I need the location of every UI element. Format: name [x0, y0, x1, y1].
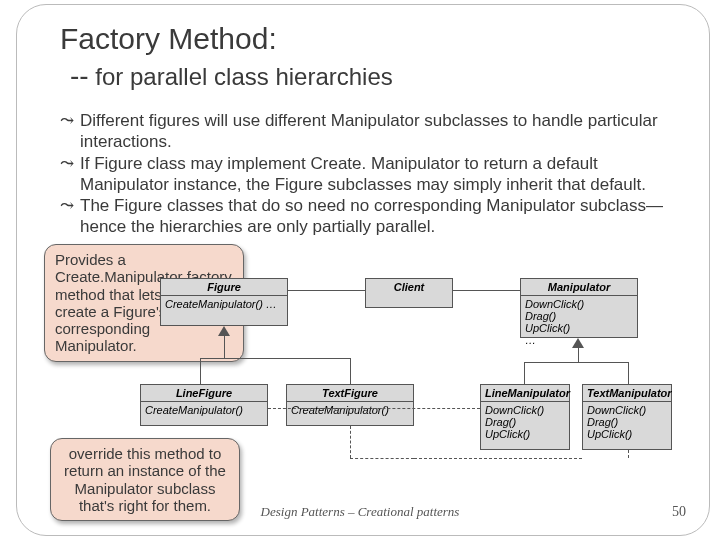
bullet-icon: ⤳	[60, 110, 74, 153]
uml-class-ops: CreateManipulator()	[287, 402, 413, 418]
inherit-arrow-icon	[218, 326, 230, 336]
bullet-item: ⤳ Different figures will use different M…	[60, 110, 680, 153]
bullet-icon: ⤳	[60, 195, 74, 238]
uml-textmanipulator: TextManipulator DownClick() Drag() UpCli…	[582, 384, 672, 450]
uml-class-name: Client	[366, 279, 452, 295]
uml-textfigure: TextFigure CreateManipulator()	[286, 384, 414, 426]
uml-class-ops: CreateManipulator()	[141, 402, 267, 418]
dashed-connector	[414, 458, 582, 459]
bullet-list: ⤳ Different figures will use different M…	[60, 110, 680, 238]
slide-content: Factory Method: -- for parallel class hi…	[60, 22, 680, 238]
uml-class-ops: DownClick() Drag() UpClick()	[583, 402, 671, 442]
uml-class-name: Figure	[161, 279, 287, 296]
connector	[350, 358, 351, 384]
title-rest: for parallel class hierarchies	[89, 63, 393, 90]
uml-diagram: Figure CreateManipulator() … Client Mani…	[140, 278, 670, 488]
connector	[453, 290, 520, 291]
dashed-connector	[268, 408, 480, 409]
connector	[200, 358, 201, 384]
uml-class-name: TextFigure	[287, 385, 413, 402]
inherit-arrow-icon	[572, 338, 584, 348]
uml-linefigure: LineFigure CreateManipulator()	[140, 384, 268, 426]
bullet-item: ⤳ The Figure classes that do so need no …	[60, 195, 680, 238]
dashed-connector	[350, 426, 351, 458]
title-dash: --	[70, 60, 89, 91]
uml-class-name: Manipulator	[521, 279, 637, 296]
bullet-icon: ⤳	[60, 153, 74, 196]
bullet-text: Different figures will use different Man…	[80, 110, 680, 153]
bullet-item: ⤳ If Figure class may implement Create. …	[60, 153, 680, 196]
connector	[524, 362, 525, 384]
dashed-connector	[350, 458, 414, 459]
title-line2: -- for parallel class hierarchies	[70, 60, 680, 92]
uml-figure: Figure CreateManipulator() …	[160, 278, 288, 326]
footer-text: Design Patterns – Creational patterns	[0, 504, 720, 520]
uml-class-ops: DownClick() Drag() UpClick()	[481, 402, 569, 442]
bullet-text: The Figure classes that do so need no co…	[80, 195, 680, 238]
connector	[288, 290, 365, 291]
page-number: 50	[672, 504, 686, 520]
uml-class-name: LineManipulator	[481, 385, 569, 402]
uml-class-ops: CreateManipulator() …	[161, 296, 287, 312]
connector	[200, 358, 350, 359]
title-line1: Factory Method:	[60, 22, 680, 56]
bullet-text: If Figure class may implement Create. Ma…	[80, 153, 680, 196]
uml-client: Client	[365, 278, 453, 308]
connector	[628, 362, 629, 384]
connector	[524, 362, 628, 363]
connector	[224, 336, 225, 358]
dashed-connector	[628, 450, 629, 458]
uml-manipulator: Manipulator DownClick() Drag() UpClick()…	[520, 278, 638, 338]
uml-class-name: LineFigure	[141, 385, 267, 402]
uml-class-name: TextManipulator	[583, 385, 671, 402]
connector	[578, 348, 579, 362]
uml-linemanipulator: LineManipulator DownClick() Drag() UpCli…	[480, 384, 570, 450]
